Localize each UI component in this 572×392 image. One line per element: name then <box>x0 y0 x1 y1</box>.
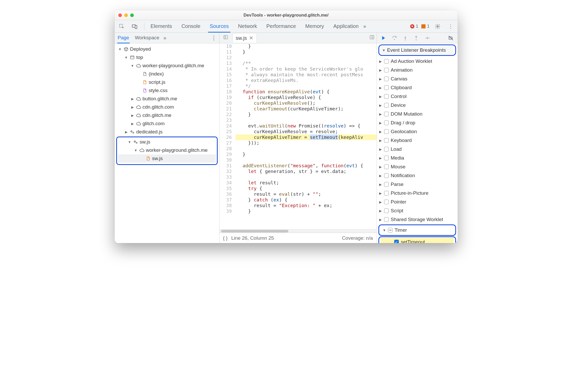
caret-right-icon[interactable]: ▶ <box>379 147 382 151</box>
zoom-window-button[interactable] <box>130 13 134 17</box>
close-window-button[interactable] <box>118 13 122 17</box>
code-line[interactable]: } <box>236 208 377 214</box>
code-line[interactable] <box>236 117 377 123</box>
category-checkbox[interactable] <box>384 103 389 108</box>
breakpoint-checkbox[interactable]: ✓ <box>394 240 399 243</box>
breakpoint-category[interactable]: ▶Load <box>377 145 458 154</box>
gutter-line-number[interactable]: 19 <box>219 95 236 100</box>
breakpoint-category[interactable]: ▼Timer <box>381 226 454 235</box>
category-checkbox[interactable] <box>384 77 389 81</box>
code-line[interactable]: result = eval(str) + ""; <box>236 191 377 197</box>
gutter-line-number[interactable]: 38 <box>219 203 236 208</box>
tree-item[interactable]: ▶button.glitch.me <box>115 95 219 103</box>
breakpoint-category[interactable]: ▶Picture-in-Picture <box>377 189 458 198</box>
pretty-print-icon[interactable]: { } <box>223 235 228 241</box>
panel-tab-memory[interactable]: Memory <box>304 20 326 33</box>
caret-right-icon[interactable]: ▶ <box>379 156 382 160</box>
panel-tab-console[interactable]: Console <box>180 20 202 33</box>
category-checkbox[interactable] <box>384 94 389 99</box>
code-line[interactable]: } <box>236 43 377 49</box>
category-checkbox[interactable] <box>384 173 389 178</box>
section-header[interactable]: ▼Event Listener Breakpoints <box>380 46 453 55</box>
gutter-line-number[interactable]: 16 <box>219 78 236 83</box>
navigator-menu-icon[interactable]: ⋮ <box>211 35 217 41</box>
gutter-line-number[interactable]: 30 <box>219 157 236 163</box>
settings-icon[interactable] <box>433 21 443 31</box>
gutter-line-number[interactable]: 13 <box>219 61 236 66</box>
code-line[interactable]: clearTimeout(curKeepAliveTimer); <box>236 106 377 112</box>
category-checkbox[interactable] <box>384 112 389 116</box>
gutter-line-number[interactable]: 34 <box>219 180 236 186</box>
caret-right-icon[interactable]: ▶ <box>379 86 382 90</box>
gutter-line-number[interactable]: 27 <box>219 140 236 146</box>
gutter-line-number[interactable]: 25 <box>219 129 236 134</box>
caret-right-icon[interactable]: ▶ <box>379 191 382 195</box>
gutter-line-number[interactable]: 18 <box>219 89 236 95</box>
tree-item[interactable]: ▼sw.js <box>118 154 216 163</box>
breakpoint-category[interactable]: ▶Pointer <box>377 198 458 206</box>
horizontal-scrollbar[interactable] <box>219 229 377 233</box>
code-line[interactable]: evt.waitUntil(new Promise((resolve) => { <box>236 123 377 129</box>
gutter-line-number[interactable]: 17 <box>219 83 236 89</box>
editor-file-tab[interactable]: sw.js ✕ <box>232 33 257 43</box>
caret-right-icon[interactable]: ▶ <box>379 165 382 169</box>
category-checkbox[interactable] <box>384 217 389 222</box>
caret-down-icon[interactable]: ▼ <box>134 148 138 152</box>
category-checkbox[interactable] <box>384 129 389 134</box>
code-editor[interactable]: 10 }11 }1213 /**14 * In order to keep th… <box>219 43 377 229</box>
device-toolbar-icon[interactable] <box>130 21 140 31</box>
gutter-line-number[interactable]: 36 <box>219 191 236 197</box>
caret-right-icon[interactable]: ▶ <box>379 218 382 222</box>
code-line[interactable] <box>236 157 377 163</box>
code-line[interactable]: if (curKeepAliveResolve) { <box>236 95 377 100</box>
warning-count[interactable]: 1 <box>421 24 429 29</box>
step-out-icon[interactable] <box>413 34 420 42</box>
step-icon[interactable] <box>423 34 431 42</box>
code-line[interactable]: curKeepAliveResolve = resolve; <box>236 129 377 134</box>
category-checkbox[interactable] <box>384 68 389 72</box>
category-checkbox[interactable] <box>384 156 389 160</box>
breakpoint-category[interactable]: ▶Media <box>377 154 458 162</box>
tree-item[interactable]: ▼(index) <box>115 70 219 78</box>
gutter-line-number[interactable]: 28 <box>219 146 236 152</box>
more-tabs-button[interactable]: » <box>363 23 366 29</box>
code-line[interactable] <box>236 146 377 152</box>
caret-down-icon[interactable]: ▼ <box>383 228 386 232</box>
tree-item[interactable]: ▶glitch.com <box>115 119 219 128</box>
resume-icon[interactable] <box>380 34 387 42</box>
gutter-line-number[interactable]: 14 <box>219 66 236 72</box>
tree-item[interactable]: ▶dedicated.js <box>115 128 219 136</box>
breakpoint-item[interactable]: ✓setTimeout <box>381 238 454 243</box>
gutter-line-number[interactable]: 33 <box>219 174 236 180</box>
code-line[interactable]: function ensureKeepAlive(evt) { <box>236 89 377 95</box>
code-line[interactable]: */ <box>236 83 377 89</box>
caret-right-icon[interactable]: ▶ <box>379 183 382 186</box>
gutter-line-number[interactable]: 21 <box>219 106 236 112</box>
breakpoint-category[interactable]: ▶Device <box>377 101 458 110</box>
category-checkbox[interactable] <box>384 138 389 143</box>
tree-item[interactable]: ▼worker-playground.glitch.me <box>115 62 219 70</box>
breakpoint-category[interactable]: ▶Mouse <box>377 162 458 171</box>
gutter-line-number[interactable]: 26 <box>219 134 236 140</box>
tree-item[interactable]: ▼worker-playground.glitch.me <box>118 146 216 154</box>
caret-right-icon[interactable]: ▶ <box>379 121 382 125</box>
caret-right-icon[interactable]: ▶ <box>379 112 382 116</box>
gutter-line-number[interactable]: 11 <box>219 49 236 55</box>
gutter-line-number[interactable]: 24 <box>219 123 236 129</box>
tree-item[interactable]: ▶cdn.glitch.me <box>115 111 219 119</box>
gutter-line-number[interactable]: 35 <box>219 186 236 191</box>
step-over-icon[interactable] <box>391 34 398 42</box>
gutter-line-number[interactable]: 10 <box>219 43 236 49</box>
step-into-icon[interactable] <box>402 34 409 42</box>
gutter-line-number[interactable]: 32 <box>219 169 236 174</box>
caret-right-icon[interactable]: ▶ <box>131 122 134 126</box>
caret-right-icon[interactable]: ▶ <box>379 68 382 72</box>
kebab-menu-icon[interactable]: ⋮ <box>446 21 456 31</box>
code-line[interactable]: } <box>236 49 377 55</box>
toggle-navigator-icon[interactable] <box>222 34 230 42</box>
navigator-more-tabs[interactable]: » <box>164 35 166 41</box>
caret-down-icon[interactable]: ▼ <box>131 64 134 68</box>
gutter-line-number[interactable]: 31 <box>219 163 236 169</box>
code-line[interactable]: try { <box>236 186 377 191</box>
category-checkbox[interactable] <box>384 191 389 195</box>
